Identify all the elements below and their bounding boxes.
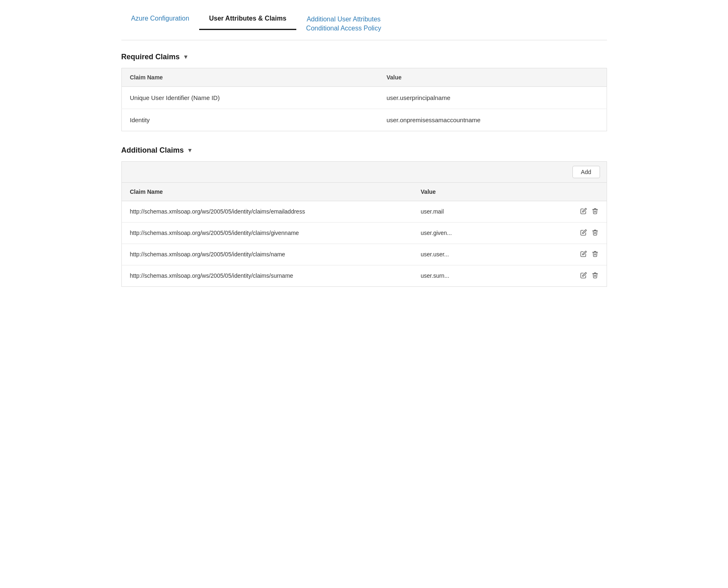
delete-claim-icon-2[interactable] [592,251,598,258]
required-claims-chevron-icon[interactable]: ▼ [183,53,189,60]
table-row: Identity user.onpremisessamaccountname [121,109,607,131]
required-claim-value-0: user.userprincipalname [378,86,607,109]
required-claim-name-1: Identity [121,109,378,131]
add-claim-button[interactable]: Add [572,166,600,178]
additional-claim-value-0: user.mail [412,201,534,222]
required-claim-name-0: Unique User Identifier (Name ID) [121,86,378,109]
table-row: http://schemas.xmlsoap.org/ws/2005/05/id… [122,244,607,265]
table-row: http://schemas.xmlsoap.org/ws/2005/05/id… [122,265,607,286]
tab-additional-line2: Conditional Access Policy [306,25,381,32]
additional-claim-name-0: http://schemas.xmlsoap.org/ws/2005/05/id… [122,201,413,222]
additional-claims-toolbar: Add [122,162,607,183]
additional-claims-col-name: Claim Name [122,183,413,201]
tab-user-attributes-claims[interactable]: User Attributes & Claims [199,8,296,30]
additional-claim-name-3: http://schemas.xmlsoap.org/ws/2005/05/id… [122,265,413,286]
required-claims-table: Claim Name Value Unique User Identifier … [121,68,607,131]
required-claims-header-row: Claim Name Value [121,68,607,86]
tab-azure-configuration[interactable]: Azure Configuration [121,8,199,29]
table-row: http://schemas.xmlsoap.org/ws/2005/05/id… [122,222,607,244]
edit-claim-icon-0[interactable] [580,208,587,216]
edit-claim-icon-1[interactable] [580,229,587,237]
required-claims-col-name: Claim Name [121,68,378,86]
table-row: Unique User Identifier (Name ID) user.us… [121,86,607,109]
delete-claim-icon-3[interactable] [592,272,598,280]
table-row: http://schemas.xmlsoap.org/ws/2005/05/id… [122,201,607,222]
additional-claims-table: Claim Name Value http://schemas.xmlsoap.… [122,183,607,286]
additional-claim-name-1: http://schemas.xmlsoap.org/ws/2005/05/id… [122,222,413,244]
additional-claim-actions-1 [534,222,607,244]
additional-claim-actions-3 [534,265,607,286]
additional-claim-value-1: user.given... [412,222,534,244]
additional-claims-col-actions [534,183,607,201]
additional-claims-section-header: Additional Claims ▼ [121,146,607,155]
required-claims-col-value: Value [378,68,607,86]
additional-claim-actions-2 [534,244,607,265]
tab-additional-user-attributes[interactable]: Additional User Attributes Conditional A… [296,8,391,40]
required-claims-section-header: Required Claims ▼ [121,53,607,61]
additional-claim-actions-0 [534,201,607,222]
additional-claim-name-2: http://schemas.xmlsoap.org/ws/2005/05/id… [122,244,413,265]
edit-claim-icon-3[interactable] [580,272,587,280]
tab-additional-line1: Additional User Attributes [307,16,381,23]
additional-claims-col-value: Value [412,183,534,201]
additional-claims-container: Add Claim Name Value http://schemas.xmls… [121,161,607,287]
page-container: Azure Configuration User Attributes & Cl… [109,0,619,303]
required-claims-title: Required Claims [121,53,180,61]
additional-claims-chevron-icon[interactable]: ▼ [187,147,193,153]
delete-claim-icon-0[interactable] [592,208,598,216]
delete-claim-icon-1[interactable] [592,229,598,237]
additional-claims-header-row: Claim Name Value [122,183,607,201]
additional-claim-value-3: user.surn... [412,265,534,286]
additional-claim-value-2: user.user... [412,244,534,265]
tab-navigation: Azure Configuration User Attributes & Cl… [121,8,607,40]
required-claim-value-1: user.onpremisessamaccountname [378,109,607,131]
edit-claim-icon-2[interactable] [580,251,587,258]
additional-claims-title: Additional Claims [121,146,184,155]
